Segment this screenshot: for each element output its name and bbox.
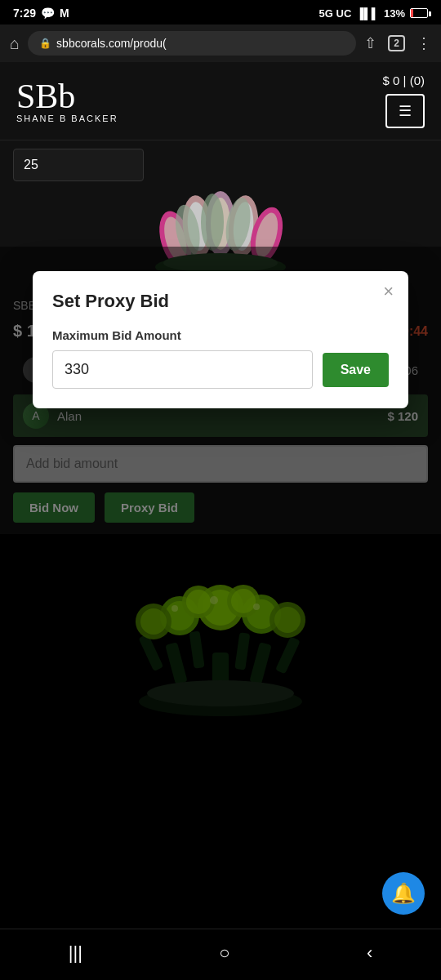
browser-actions: ⇧ 2 ⋮: [364, 34, 431, 52]
battery-percent: 13%: [384, 7, 405, 20]
url-text: sbbcorals.com/produ(: [56, 37, 167, 50]
browser-bar: ⌂ 🔒 sbbcorals.com/produ( ⇧ 2 ⋮: [0, 24, 441, 62]
svg-point-12: [201, 194, 224, 251]
logo-script: SBb: [16, 79, 118, 114]
site-logo: SBb SHANE B BACKER: [16, 79, 118, 123]
logo-name: SHANE B BACKER: [16, 114, 118, 123]
nav-home-button[interactable]: ○: [203, 939, 246, 967]
site-header: SBb SHANE B BACKER $ 0 | (0) ☰: [0, 62, 441, 140]
modal-label: Maximum Bid Amount: [52, 328, 389, 342]
status-time: 7:29: [13, 7, 36, 20]
battery-icon: [410, 8, 428, 18]
signal-icon: ▐▌▌: [356, 7, 379, 20]
modal-close-button[interactable]: ×: [383, 283, 394, 301]
nav-back-button[interactable]: ‹: [350, 939, 389, 967]
menu-button[interactable]: ☰: [385, 94, 425, 128]
url-bar[interactable]: 🔒 sbbcorals.com/produ(: [28, 31, 356, 56]
bell-icon: 🔔: [391, 882, 416, 905]
status-bar: 7:29 💬 M 5G UC ▐▌▌ 13%: [0, 0, 441, 24]
more-icon[interactable]: ⋮: [416, 34, 431, 52]
notification-fab[interactable]: 🔔: [382, 872, 425, 915]
message-icon: 💬: [41, 7, 55, 20]
cart-info[interactable]: $ 0 | (0): [383, 74, 425, 87]
home-button[interactable]: ⌂: [10, 34, 20, 53]
mail-icon: M: [60, 7, 69, 20]
modal-title: Set Proxy Bid: [52, 291, 389, 312]
main-content: 25: [0, 140, 441, 722]
lock-icon: 🔒: [39, 38, 51, 49]
bottom-nav: ||| ○ ‹: [0, 929, 441, 980]
modal-input-row: Save: [52, 350, 389, 389]
number-section: 25: [0, 140, 441, 189]
share-icon[interactable]: ⇧: [364, 34, 376, 52]
modal-save-button[interactable]: Save: [323, 353, 389, 387]
tab-count[interactable]: 2: [388, 35, 405, 51]
nav-menu-button[interactable]: |||: [52, 939, 99, 967]
quantity-display: 25: [13, 149, 144, 181]
modal-overlay: Set Proxy Bid × Maximum Bid Amount Save: [0, 247, 441, 722]
proxy-bid-modal: Set Proxy Bid × Maximum Bid Amount Save: [33, 271, 408, 408]
max-bid-input[interactable]: [52, 350, 313, 389]
network-type: 5G UC: [319, 7, 352, 20]
